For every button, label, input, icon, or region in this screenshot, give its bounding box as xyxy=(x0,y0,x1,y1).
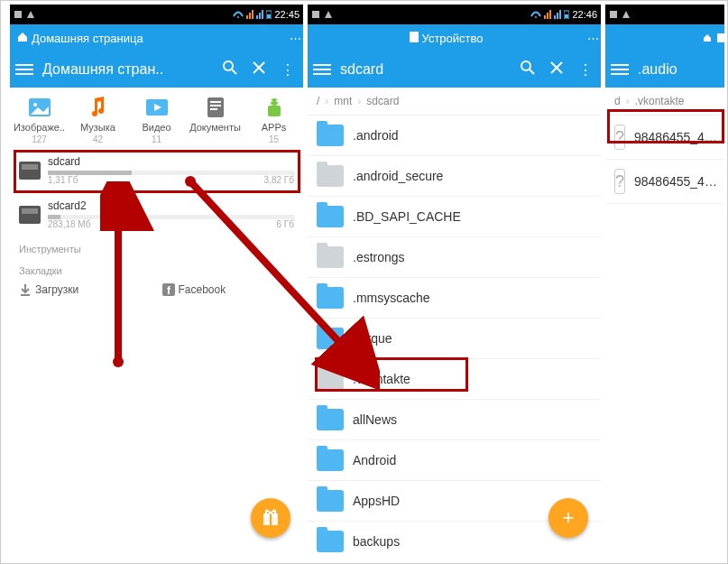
section-tools: Инструменты xyxy=(10,236,303,258)
list-item[interactable]: ?98486455_4… xyxy=(605,116,724,160)
svg-rect-4 xyxy=(249,13,251,19)
folder-icon xyxy=(317,125,344,146)
list-item[interactable]: .BD_SAPI_CACHE xyxy=(308,197,601,237)
list-item[interactable]: ?98486455_4… xyxy=(605,160,724,204)
device-icon xyxy=(410,32,419,45)
sdcard-icon xyxy=(19,206,41,224)
section-bookmarks: Закладки xyxy=(10,258,303,280)
wifi-icon xyxy=(233,10,244,19)
tab-bar xyxy=(605,24,724,51)
svg-rect-3 xyxy=(246,15,248,19)
folder-icon xyxy=(317,449,344,471)
overflow-icon[interactable]: ⋮ xyxy=(576,61,595,79)
crumb[interactable]: .vkontakte xyxy=(630,93,690,109)
svg-point-2 xyxy=(237,16,239,18)
storage-used: 1,31 Гб xyxy=(48,175,78,185)
svg-rect-22 xyxy=(210,108,217,110)
svg-rect-0 xyxy=(14,11,22,18)
bookmark-facebook[interactable]: f Facebook xyxy=(162,283,295,296)
folder-list: .android .android_secure .BD_SAPI_CACHE … xyxy=(308,116,601,558)
overflow-icon[interactable]: ⋮ xyxy=(278,61,298,79)
svg-marker-50 xyxy=(622,11,630,18)
cat-music[interactable]: Музыка 42 xyxy=(69,95,127,144)
bookmark-downloads[interactable]: Загрузки xyxy=(19,283,152,296)
folder-name: backups xyxy=(353,534,400,549)
clock: 22:46 xyxy=(572,9,597,20)
crumb[interactable]: d xyxy=(609,93,626,109)
home-icon xyxy=(703,32,712,45)
storage-name: sdcard xyxy=(48,155,294,168)
storage-sdcard2[interactable]: sdcard2 283,18 Мб 6 Гб xyxy=(10,192,303,236)
signal-icon xyxy=(256,10,263,19)
fab-gift[interactable] xyxy=(251,498,290,538)
file-name: 98486455_4… xyxy=(634,130,717,144)
panel-device: 22:46 Устройство ⋯ sdcard ⋮ / › xyxy=(308,5,601,558)
list-item[interactable]: .android xyxy=(308,116,601,156)
list-item[interactable]: .vkontakte xyxy=(308,359,601,400)
page-title: sdcard xyxy=(340,61,509,78)
crumb[interactable]: sdcard xyxy=(361,93,404,109)
folder-name: .torque xyxy=(353,331,392,346)
menu-icon[interactable] xyxy=(15,64,33,75)
storage-sdcard[interactable]: sdcard 1,31 Гб 3,82 Гб xyxy=(10,148,303,192)
svg-rect-51 xyxy=(717,33,724,42)
crumb[interactable]: / xyxy=(311,93,325,109)
svg-point-25 xyxy=(271,100,272,102)
crumb[interactable]: mnt xyxy=(328,93,357,109)
folder-name: Android xyxy=(353,453,396,467)
svg-point-26 xyxy=(276,100,278,102)
folder-icon xyxy=(317,531,344,552)
cat-video[interactable]: Видео 11 xyxy=(127,95,186,144)
cat-label: Изображе.. xyxy=(10,122,69,133)
svg-marker-1 xyxy=(27,11,34,18)
search-icon[interactable] xyxy=(220,60,240,79)
folder-icon xyxy=(317,328,344,349)
cat-images[interactable]: Изображе.. 127 xyxy=(10,95,69,144)
svg-rect-24 xyxy=(268,106,281,116)
svg-rect-39 xyxy=(554,15,556,19)
svg-point-45 xyxy=(521,61,530,70)
svg-rect-36 xyxy=(544,15,546,19)
bookmark-label: Facebook xyxy=(179,283,226,296)
close-icon[interactable] xyxy=(249,60,269,79)
tab-more-icon[interactable]: ⋯ xyxy=(585,32,601,45)
svg-rect-40 xyxy=(557,13,558,19)
cat-docs[interactable]: Документы xyxy=(186,95,244,144)
svg-line-12 xyxy=(232,69,236,74)
list-item[interactable]: allNews xyxy=(308,400,601,440)
folder-name: .android_secure xyxy=(353,169,443,183)
list-item[interactable]: Android xyxy=(308,440,601,481)
tab-label[interactable]: Устройство xyxy=(422,32,484,45)
svg-rect-20 xyxy=(210,101,221,103)
folder-name: AppsHD xyxy=(353,494,400,508)
svg-point-23 xyxy=(271,98,278,106)
svg-point-35 xyxy=(535,16,537,18)
search-icon[interactable] xyxy=(518,60,538,79)
tab-bar: Устройство ⋯ xyxy=(308,24,601,51)
list-item[interactable]: .mmsyscache xyxy=(308,278,601,319)
tab-label[interactable]: Домашняя страница xyxy=(32,32,287,45)
tab-more-icon[interactable]: ⋯ xyxy=(287,32,303,45)
menu-icon[interactable] xyxy=(611,64,629,75)
list-item[interactable]: .estrongs xyxy=(308,237,601,278)
folder-icon xyxy=(317,206,344,227)
folder-icon xyxy=(317,409,344,430)
svg-rect-33 xyxy=(312,11,319,18)
close-icon[interactable] xyxy=(547,60,567,79)
cat-count: 127 xyxy=(10,134,69,144)
svg-rect-5 xyxy=(252,10,253,19)
fab-add[interactable]: + xyxy=(548,498,588,538)
cat-label: Видео xyxy=(127,122,186,133)
list-item[interactable]: .android_secure xyxy=(308,156,601,197)
svg-rect-43 xyxy=(565,14,568,18)
page-title: .audio xyxy=(638,61,719,78)
breadcrumb: / › mnt › sdcard xyxy=(308,88,601,116)
cat-apps[interactable]: APPs 15 xyxy=(244,95,303,144)
svg-rect-49 xyxy=(610,11,617,18)
file-name: 98486455_4… xyxy=(634,174,717,189)
folder-name: allNews xyxy=(353,412,397,427)
menu-icon[interactable] xyxy=(313,64,331,75)
storage-name: sdcard2 xyxy=(48,199,294,212)
folder-name: .vkontakte xyxy=(353,372,410,386)
list-item[interactable]: .torque xyxy=(308,319,601,359)
